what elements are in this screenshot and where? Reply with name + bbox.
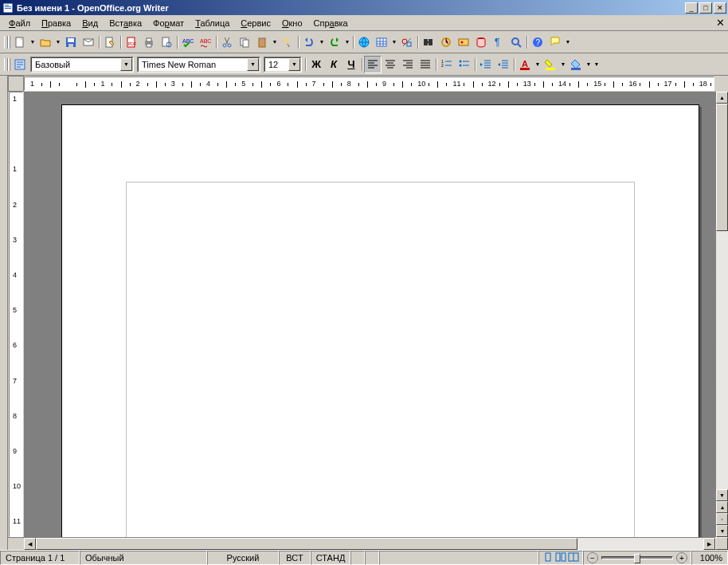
status-selection-mode[interactable]: СТАНД <box>311 551 350 565</box>
toolbar-overflow[interactable]: ▼ <box>564 33 572 51</box>
scroll-up-button[interactable]: ▲ <box>716 92 728 104</box>
scroll-down-button[interactable]: ▼ <box>716 489 728 501</box>
chevron-down-icon[interactable]: ▼ <box>288 58 300 71</box>
page[interactable] <box>61 104 699 537</box>
chevron-down-icon[interactable]: ▼ <box>247 58 259 71</box>
align-right-button[interactable] <box>399 56 417 73</box>
font-color-dropdown[interactable]: ▼ <box>534 56 542 73</box>
gallery-button[interactable] <box>455 33 472 51</box>
vscroll-thumb[interactable] <box>716 104 728 231</box>
print-button[interactable] <box>140 33 158 51</box>
new-dropdown[interactable]: ▼ <box>29 33 37 51</box>
menu-window[interactable]: Окно <box>276 17 308 29</box>
whats-this-button[interactable] <box>546 33 564 51</box>
redo-dropdown[interactable]: ▼ <box>343 33 351 51</box>
font-size-combo[interactable]: 12▼ <box>264 57 302 73</box>
vertical-scrollbar[interactable]: ▲ ▼ ▴ ◦ ▾ <box>715 92 728 537</box>
bold-button[interactable]: Ж <box>307 56 325 73</box>
export-pdf-button[interactable]: PDF <box>123 33 140 51</box>
document-canvas[interactable] <box>24 92 715 537</box>
doc-close-button[interactable]: ✕ <box>716 17 725 29</box>
menu-table[interactable]: Таблица <box>190 17 235 29</box>
increase-indent-button[interactable] <box>495 56 512 73</box>
navigator-button[interactable] <box>437 33 455 51</box>
zoom-button[interactable] <box>507 33 525 51</box>
next-page-button[interactable]: ▾ <box>716 525 728 537</box>
close-button[interactable]: ✕ <box>714 2 726 14</box>
open-button[interactable] <box>37 33 54 51</box>
find-button[interactable] <box>420 33 437 51</box>
align-left-button[interactable] <box>364 56 382 73</box>
chevron-down-icon[interactable]: ▼ <box>120 58 132 71</box>
menu-edit[interactable]: Правка <box>36 17 76 29</box>
show-draw-button[interactable] <box>398 33 416 51</box>
background-color-button[interactable] <box>567 56 585 73</box>
prev-page-button[interactable]: ▴ <box>716 501 728 513</box>
toolbar-grip[interactable] <box>3 56 10 73</box>
status-style[interactable]: Обычный <box>80 551 207 565</box>
scroll-left-button[interactable]: ◀ <box>24 538 36 550</box>
font-color-button[interactable]: A <box>516 56 534 73</box>
background-dropdown[interactable]: ▼ <box>585 56 593 73</box>
print-preview-button[interactable] <box>158 33 175 51</box>
table-button[interactable] <box>373 33 390 51</box>
undo-dropdown[interactable]: ▼ <box>318 33 326 51</box>
nav-button[interactable]: ◦ <box>716 513 728 525</box>
font-name-combo[interactable]: Times New Roman▼ <box>137 57 260 73</box>
numbering-button[interactable]: 12 <box>438 56 456 73</box>
menu-file[interactable]: Файл <box>3 17 36 29</box>
status-language[interactable]: Русский <box>207 551 279 565</box>
zoom-in-button[interactable]: + <box>676 552 687 563</box>
bullets-button[interactable] <box>456 56 473 73</box>
zoom-track[interactable] <box>601 556 673 559</box>
format-paintbrush-button[interactable] <box>279 33 296 51</box>
zoom-percent[interactable]: 100% <box>691 551 728 565</box>
zoom-thumb[interactable] <box>634 554 640 563</box>
styles-button[interactable] <box>11 56 29 73</box>
data-sources-button[interactable] <box>472 33 490 51</box>
hscroll-track[interactable] <box>36 538 703 550</box>
italic-button[interactable]: К <box>325 56 342 73</box>
align-center-button[interactable] <box>382 56 399 73</box>
menu-insert[interactable]: Вставка <box>104 17 147 29</box>
toolbar-grip[interactable] <box>3 33 10 51</box>
horizontal-scrollbar[interactable]: ◀ ▶ <box>24 537 715 550</box>
save-button[interactable] <box>62 33 80 51</box>
align-justify-button[interactable] <box>417 56 434 73</box>
maximize-button[interactable]: □ <box>699 2 712 14</box>
email-button[interactable] <box>80 33 97 51</box>
menu-format[interactable]: Формат <box>147 17 190 29</box>
single-page-icon[interactable] <box>542 552 554 563</box>
scroll-right-button[interactable]: ▶ <box>703 538 715 550</box>
status-signature[interactable] <box>365 551 379 565</box>
paragraph-style-combo[interactable]: Базовый▼ <box>30 57 134 73</box>
copy-button[interactable] <box>236 33 253 51</box>
highlight-dropdown[interactable]: ▼ <box>559 56 567 73</box>
multi-page-icon[interactable] <box>555 552 566 563</box>
nonprinting-chars-button[interactable]: ¶ <box>490 33 507 51</box>
cut-button[interactable] <box>218 33 236 51</box>
auto-spellcheck-button[interactable]: ABC <box>197 33 214 51</box>
underline-button[interactable]: Ч <box>342 56 360 73</box>
decrease-indent-button[interactable] <box>477 56 495 73</box>
menu-tools[interactable]: Сервис <box>235 17 276 29</box>
help-button[interactable]: ? <box>529 33 546 51</box>
menu-view[interactable]: Вид <box>76 17 104 29</box>
highlight-button[interactable] <box>542 56 559 73</box>
open-dropdown[interactable]: ▼ <box>54 33 62 51</box>
book-icon[interactable] <box>568 552 579 563</box>
undo-button[interactable] <box>300 33 318 51</box>
vscroll-track[interactable] <box>716 104 728 489</box>
status-insert-mode[interactable]: ВСТ <box>279 551 311 565</box>
menu-help[interactable]: Справка <box>308 17 354 29</box>
edit-file-button[interactable] <box>101 33 119 51</box>
spellcheck-button[interactable]: ABC <box>179 33 197 51</box>
new-button[interactable] <box>11 33 29 51</box>
hyperlink-button[interactable] <box>355 33 373 51</box>
zoom-out-button[interactable]: − <box>587 552 598 563</box>
paste-dropdown[interactable]: ▼ <box>271 33 279 51</box>
horizontal-ruler[interactable]: 1123456789101112131415161718 <box>24 77 714 91</box>
vertical-ruler[interactable]: 11234567891011 <box>8 92 24 537</box>
minimize-button[interactable]: _ <box>685 2 698 14</box>
paste-button[interactable] <box>253 33 271 51</box>
